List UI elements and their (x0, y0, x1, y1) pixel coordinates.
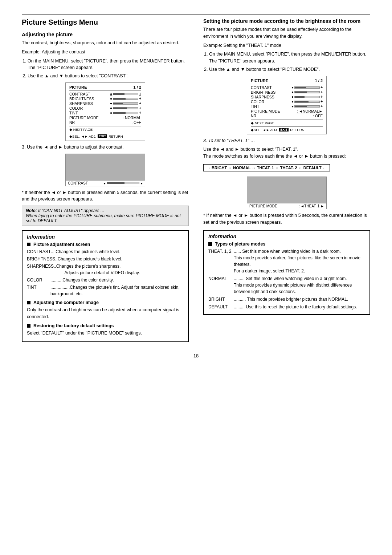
menu-page-2: 1 / 2 (315, 78, 323, 83)
info-section3-text: Select "DEFAULT" under the "PICTURE MODE… (27, 330, 184, 337)
contrast-demo-box: CONTRAST ● ● (65, 154, 145, 186)
contrast-demo-slider (107, 182, 139, 184)
nr-value: : OFF (131, 120, 141, 125)
info-box-right: Information Types of picture modes THEAT… (203, 230, 370, 315)
step-2: Use the ▲ and ▼ buttons to select "CONTR… (28, 73, 189, 80)
info-section1-title: Picture adjustment screen (27, 242, 184, 247)
brightness-label: BRIGHTNESS (69, 97, 98, 101)
menu-footer-2: ◆ NEXT PAGE (251, 119, 323, 125)
menu-row-picture-mode: PICTURE MODE : NORMAL (69, 116, 141, 120)
info-color-desc: ..........Changes the color density. (50, 277, 184, 283)
menu-title-1: PICTURE (69, 85, 87, 89)
menu2-sharpness-label: SHARPNESS (251, 95, 280, 99)
types-bright-row: BRIGHT .......... This mode provides bri… (208, 296, 365, 303)
section1-title: Adjusting the picture (22, 32, 189, 37)
square-icon-2 (27, 301, 30, 304)
sel-label: ◆SEL. (69, 134, 80, 138)
asterisk-note-left: * If neither the ◄ or ► button is presse… (22, 189, 189, 203)
info-color-term: COLOR (27, 277, 50, 283)
square-icon-3 (27, 324, 30, 328)
menu2-row-picture-mode: PICTURE MODE : ◄NORMAL► (251, 109, 323, 113)
types-default-desc: ......... Use this to reset the picture … (234, 304, 365, 310)
menu2-row-brightness: BRIGHTNESS ● + (251, 90, 323, 94)
sharpness-label: SHARPNESS (69, 101, 98, 106)
step-3: 3. Use the ◄ and ► buttons to adjust the… (22, 144, 189, 151)
tint-label: TINT (69, 111, 98, 115)
info-section2-title: Adjusting the computer image (27, 300, 184, 305)
menu2-sharpness-slider (294, 96, 320, 98)
info-title-left: Information (27, 234, 184, 240)
tint-controls: ● + (110, 111, 141, 115)
brightness-slider (113, 98, 138, 100)
info-box-left: Information Picture adjustment screen CO… (22, 230, 189, 342)
next-page-label: ◆ NEXT PAGE (69, 127, 93, 131)
right-step-3-label: 3. To set to "THEAT. 1" … (203, 137, 370, 144)
square-icon (27, 243, 30, 246)
menu2-contrast-slider (294, 86, 320, 89)
menu-nav-1: ◆SEL. ◄► ADJ. EXIT RETURN (69, 133, 141, 138)
right-example-label: Example: Setting the "THEAT. 1" mode (203, 42, 370, 49)
menu-header-2: PICTURE 1 / 2 (251, 78, 323, 84)
top-border (22, 15, 370, 15)
sharpness-slider (113, 102, 138, 105)
menu2-contrast-label: CONTRAST (251, 85, 280, 90)
menu-row-brightness: BRIGHTNESS ● + (69, 97, 141, 101)
note-title: Note: (26, 208, 38, 213)
picture-mode-demo-footer: PICTURE MODE : ◄THEAT. 1 ► (247, 203, 326, 209)
exit-button-2: EXIT (279, 128, 289, 131)
asterisk-note-right: * If neither the ◄ or ► button is presse… (203, 212, 370, 226)
menu2-color-label: COLOR (251, 100, 280, 104)
contrast-label: CONTRAST (69, 92, 98, 96)
types-normal-term: NORMAL (208, 275, 234, 295)
info-contrast-term: CONTRAST (27, 248, 51, 255)
menu2-row-contrast: CONTRAST ● + (251, 85, 323, 90)
two-column-layout: Picture Settings Menu Adjusting the pict… (22, 18, 370, 342)
menu-row-tint: TINT ● + (69, 111, 141, 115)
square-icon-right (208, 242, 212, 246)
contrast-demo-footer: CONTRAST ● ● (66, 180, 145, 186)
types-bright-desc: .......... This mode provides brighter p… (234, 296, 365, 303)
info-sharpness-row: SHARPNESS ..Changes the picture's sharpn… (27, 263, 184, 276)
next-page-label-2: ◆ NEXT PAGE (251, 121, 274, 125)
info-tint-term: TINT (27, 284, 50, 297)
info-contrast-row: CONTRAST ....Changes the picture's white… (27, 248, 184, 255)
menu2-color-controls: ● + (291, 100, 323, 104)
menu-row-color: COLOR ● + (69, 106, 141, 110)
sharpness-controls: ● + (110, 101, 141, 105)
menu-nav-2: ◆SEL. ◄► ADJ. EXIT RETURN (251, 126, 323, 132)
page-container: Picture Settings Menu Adjusting the pict… (22, 15, 370, 358)
menu-header-1: PICTURE 1 / 2 (69, 85, 141, 91)
menu2-nr-label: NR (251, 114, 280, 118)
info-section3-title: Restoring the factory default settings (27, 323, 184, 328)
menu2-brightness-label: BRIGHTNESS (251, 90, 280, 94)
info-section3: Restoring the factory default settings S… (27, 323, 184, 337)
menu2-contrast-controls: ● + (291, 85, 323, 89)
menu2-picture-mode-value: : ◄NORMAL► (297, 109, 323, 113)
types-theat-desc: ...... Set this mode when watching video… (234, 248, 365, 274)
picture-mode-demo-label: PICTURE MODE (249, 204, 277, 208)
mode-sequence: → BRIGHT ↔ NORMAL ↔ THEAT. 1 ↔ THEAT. 2 … (203, 164, 330, 171)
menu2-color-slider (294, 101, 320, 103)
note-body-intro: If "CAN NOT ADJUST" appears ... (38, 208, 104, 213)
types-normal-row: NORMAL ......... Set this mode when watc… (208, 275, 365, 295)
info-sharpness-term: SHARPNESS (27, 263, 54, 276)
types-theat-row: THEAT. 1, 2 ...... Set this mode when wa… (208, 248, 365, 274)
right-intro: There are four picture modes that can be… (203, 26, 370, 40)
section1-intro: The contrast, brightness, sharpness, col… (22, 40, 189, 46)
menu2-nr-value: : OFF (313, 114, 323, 118)
color-slider (113, 107, 138, 109)
types-default-term: DEFAULT (208, 304, 234, 310)
note-box: Note: If "CAN NOT ADJUST" appears ... Wh… (22, 206, 189, 226)
right-step-3-text1: Use the ◄ and ► buttons to select "THEAT… (203, 146, 370, 160)
info-brightness-row: BRIGHTNESS ..Changes the picture's black… (27, 256, 184, 262)
sel-label-2: ◆SEL. (251, 128, 261, 132)
info-brightness-desc: ..Changes the picture's black level. (55, 256, 184, 262)
color-label: COLOR (69, 106, 98, 110)
adj-label: ◄► ADJ. (81, 134, 97, 138)
step-1: On the MAIN MENU, select "PICTURE", then… (28, 58, 189, 72)
steps-list: On the MAIN MENU, select "PICTURE", then… (28, 58, 189, 80)
contrast-controls: ● + (110, 92, 141, 96)
picture-mode-demo-box: PICTURE MODE : ◄THEAT. 1 ► (247, 177, 327, 209)
contrast-demo-label: CONTRAST (68, 181, 88, 185)
note-body-text: When trying to enter the PICTURE submenu… (26, 213, 181, 223)
